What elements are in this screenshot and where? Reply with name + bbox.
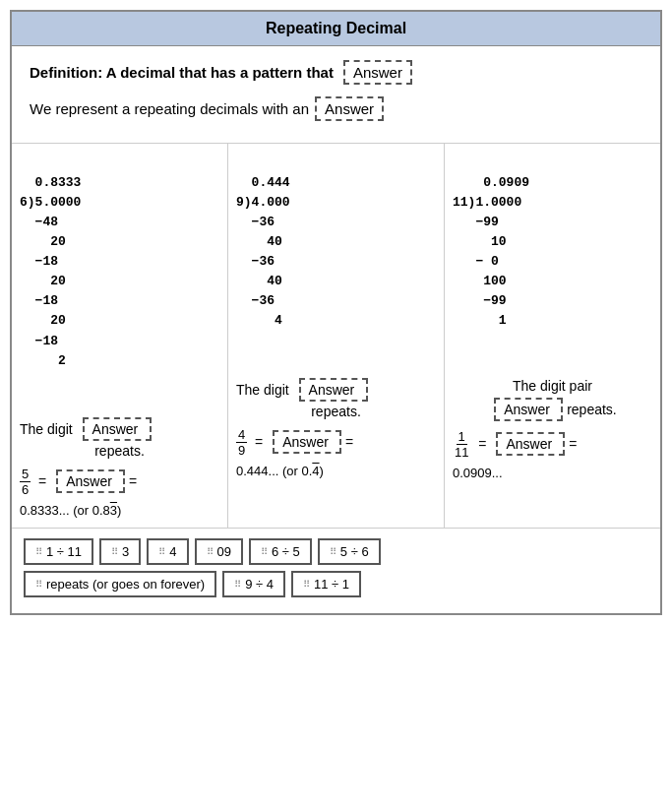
definition-section: Definition: A decimal that has a pattern… [12, 46, 660, 144]
drag-item-1-div-11[interactable]: ⠿ 1 ÷ 11 [24, 538, 93, 565]
problem-2: 0.444 9)4.000 −36 40 −36 40 −36 4 The di… [228, 144, 445, 528]
problem-1: 0.8333 6)5.0000 −48 20 −18 20 −18 20 −18… [12, 144, 228, 528]
drag-item-repeats[interactable]: ⠿ repeats (or goes on forever) [24, 571, 216, 597]
drag-item-09[interactable]: ⠿ 09 [195, 538, 243, 565]
definition-line2: We represent a repeating decimals with a… [30, 96, 642, 121]
digit-label-1: The digit [20, 421, 73, 437]
digit-pair-row-3: The digit pair [453, 378, 652, 394]
digit-pair-label-3: The digit pair [513, 378, 592, 394]
main-container: Repeating Decimal Definition: A decimal … [10, 10, 662, 615]
drag-icon-9: ⠿ [303, 579, 310, 590]
drag-icon-6: ⠿ [330, 546, 336, 557]
problems-section: 0.8333 6)5.0000 −48 20 −18 20 −18 20 −18… [12, 144, 660, 529]
drag-item-4[interactable]: ⠿ 4 [147, 538, 188, 565]
digit-label-2: The digit [236, 382, 289, 398]
repeats-label-2: repeats. [311, 404, 361, 419]
drag-item-6-div-5[interactable]: ⠿ 6 ÷ 5 [249, 538, 312, 565]
drag-items-section: ⠿ 1 ÷ 11 ⠿ 3 ⠿ 4 ⠿ 09 ⠿ 6 ÷ 5 ⠿ 5 ÷ 6 [12, 529, 660, 613]
repeats-label-3: repeats. [567, 402, 617, 417]
division-block-2: 0.444 9)4.000 −36 40 −36 40 −36 4 [236, 154, 436, 370]
digit-answer-2[interactable]: Answer [299, 378, 368, 402]
fraction-2: 4 9 [236, 427, 247, 458]
answer-box-2[interactable]: Answer [315, 96, 384, 121]
digit-row-1: The digit Answer [20, 417, 219, 441]
drag-row-1: ⠿ 1 ÷ 11 ⠿ 3 ⠿ 4 ⠿ 09 ⠿ 6 ÷ 5 ⠿ 5 ÷ 6 [24, 538, 648, 565]
fraction-answer-3[interactable]: Answer [496, 432, 565, 456]
fraction-row-1: 5 6 = Answer = [20, 467, 219, 497]
decimal-result-1: 0.8333... (or 0.83) [20, 503, 219, 518]
decimal-result-2: 0.444... (or 0.4) [236, 464, 436, 478]
repeats-row-2: repeats. [236, 404, 436, 419]
drag-icon-5: ⠿ [261, 546, 268, 557]
page-title: Repeating Decimal [12, 12, 660, 46]
definition-line1: Definition: A decimal that has a pattern… [30, 60, 642, 85]
fraction-answer-1[interactable]: Answer [56, 469, 125, 493]
digit-answer-3[interactable]: Answer [494, 398, 563, 421]
drag-item-3[interactable]: ⠿ 3 [99, 538, 141, 565]
repeats-row-1: repeats. [20, 443, 219, 459]
drag-icon-8: ⠿ [234, 579, 241, 590]
digit-answer-1[interactable]: Answer [83, 417, 152, 441]
fraction-3: 1 11 [453, 429, 470, 460]
digit-row-2: The digit Answer [236, 378, 436, 402]
drag-item-5-div-6[interactable]: ⠿ 5 ÷ 6 [318, 538, 381, 565]
problem-3: 0.0909 11)1.0000 −99 10 − 0 100 −99 1 Th… [445, 144, 660, 528]
repeats-label-1: repeats. [94, 443, 145, 459]
division-block-3: 0.0909 11)1.0000 −99 10 − 0 100 −99 1 [453, 154, 652, 370]
drag-row-2: ⠿ repeats (or goes on forever) ⠿ 9 ÷ 4 ⠿… [24, 571, 648, 597]
decimal-result-3: 0.0909... [453, 466, 652, 480]
division-block-1: 0.8333 6)5.0000 −48 20 −18 20 −18 20 −18… [20, 154, 219, 409]
drag-icon-7: ⠿ [35, 579, 42, 590]
digit-answer-row-3: Answer repeats. [453, 398, 652, 421]
fraction-row-2: 4 9 = Answer = [236, 427, 436, 458]
definition-text1: Definition: A decimal that has a pattern… [30, 64, 334, 81]
def-prefix2: We represent a repeating decimals with a… [30, 100, 309, 117]
fraction-row-3: 1 11 = Answer = [453, 429, 652, 460]
drag-icon-1: ⠿ [35, 546, 42, 557]
drag-item-9-div-4[interactable]: ⠿ 9 ÷ 4 [222, 571, 285, 597]
fraction-answer-2[interactable]: Answer [273, 430, 341, 454]
drag-item-11-div-1[interactable]: ⠿ 11 ÷ 1 [291, 571, 361, 597]
drag-icon-2: ⠿ [111, 546, 118, 557]
drag-icon-4: ⠿ [207, 546, 214, 557]
drag-icon-3: ⠿ [158, 546, 165, 557]
answer-box-1[interactable]: Answer [343, 60, 412, 85]
def-prefix1: Definition: A decimal that has a pattern… [30, 64, 334, 81]
fraction-1: 5 6 [20, 467, 31, 497]
